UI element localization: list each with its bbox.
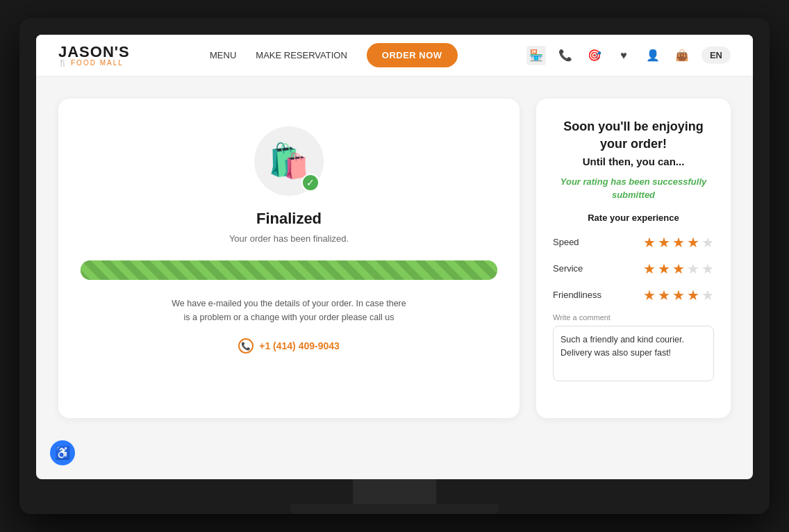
progress-bar-fill	[81, 260, 497, 280]
service-label: Service	[553, 263, 608, 274]
star-1[interactable]: ★	[643, 260, 656, 277]
star-2[interactable]: ★	[658, 260, 670, 277]
account-icon[interactable]: 👤	[643, 46, 663, 65]
star-3[interactable]: ★	[672, 234, 685, 251]
friendliness-label: Friendliness	[553, 290, 608, 300]
star-4[interactable]: ★	[687, 287, 699, 304]
navbar: JASON'S 🍴 FOOD MALL MENU MAKE RESERVATIO…	[36, 35, 753, 76]
location-icon[interactable]: 🎯	[585, 46, 604, 65]
until-then: Until then, you can...	[553, 156, 714, 167]
star-5[interactable]: ★	[701, 234, 714, 251]
rate-heading: Rate your experience	[553, 213, 714, 223]
service-stars[interactable]: ★ ★ ★ ★ ★	[643, 260, 714, 277]
accessibility-button[interactable]: ♿	[50, 440, 75, 465]
star-3[interactable]: ★	[672, 287, 685, 304]
store-icon[interactable]: 🏪	[526, 46, 546, 65]
check-badge: ✓	[301, 174, 319, 192]
rating-success-msg: Your rating has been successfully submit…	[553, 176, 714, 201]
accessibility-icon: ♿	[55, 445, 70, 460]
rating-row-speed: Speed ★ ★ ★ ★ ★	[553, 234, 714, 251]
nav-icons: 🏪 📞 🎯 ♥ 👤 👜 EN	[526, 46, 731, 65]
nav-links: MENU MAKE RESERVATION ORDER NOW	[163, 43, 504, 67]
bag-icon[interactable]: 👜	[672, 46, 692, 65]
star-4[interactable]: ★	[687, 234, 699, 251]
comment-textarea[interactable]: Such a friendly and kind courier. Delive…	[553, 326, 714, 381]
comment-label: Write a comment	[553, 313, 714, 322]
logo[interactable]: JASON'S 🍴 FOOD MALL	[58, 44, 130, 67]
rating-card: Soon you'll be enjoying your order! Unti…	[536, 99, 731, 418]
star-4[interactable]: ★	[687, 260, 699, 277]
star-5[interactable]: ★	[701, 260, 714, 277]
finalized-title: Finalized	[256, 210, 322, 228]
main-content: 🛍️ ✓ Finalized Your order has been final…	[36, 76, 753, 440]
logo-name: JASON'S	[58, 44, 130, 60]
star-1[interactable]: ★	[643, 287, 656, 304]
finalized-sub: Your order has been finalized.	[229, 233, 349, 244]
rating-row-service: Service ★ ★ ★ ★ ★	[553, 260, 714, 277]
reservation-link[interactable]: MAKE RESERVATION	[256, 50, 347, 60]
phone-circle-icon: 📞	[238, 338, 254, 354]
fork-icon: 🍴	[58, 60, 68, 67]
monitor-base	[290, 504, 499, 514]
star-2[interactable]: ★	[658, 287, 670, 304]
enjoy-line1: Soon you'll be enjoying your order!	[553, 118, 714, 153]
friendliness-stars[interactable]: ★ ★ ★ ★ ★	[643, 287, 714, 304]
speed-stars[interactable]: ★ ★ ★ ★ ★	[643, 234, 714, 251]
rating-row-friendliness: Friendliness ★ ★ ★ ★ ★	[553, 287, 714, 304]
star-5[interactable]: ★	[701, 287, 714, 304]
bag-emoji: 🛍️	[268, 142, 310, 181]
email-notice: We have e-mailed you the details of your…	[171, 297, 407, 324]
monitor-neck	[353, 479, 436, 504]
bag-circle: 🛍️ ✓	[254, 126, 324, 196]
heart-icon[interactable]: ♥	[614, 46, 633, 65]
star-1[interactable]: ★	[643, 234, 656, 251]
menu-link[interactable]: MENU	[210, 50, 236, 60]
lang-button[interactable]: EN	[701, 47, 731, 64]
logo-sub: 🍴 FOOD MALL	[58, 60, 130, 67]
progress-bar	[81, 260, 497, 280]
phone-icon[interactable]: 📞	[556, 46, 575, 65]
speed-label: Speed	[553, 237, 608, 247]
order-now-button[interactable]: ORDER NOW	[367, 43, 458, 67]
star-2[interactable]: ★	[658, 234, 670, 251]
phone-number: +1 (414) 409-9043	[259, 340, 340, 351]
order-card: 🛍️ ✓ Finalized Your order has been final…	[58, 99, 520, 418]
star-3[interactable]: ★	[672, 260, 685, 277]
phone-link[interactable]: 📞 +1 (414) 409-9043	[238, 338, 340, 354]
